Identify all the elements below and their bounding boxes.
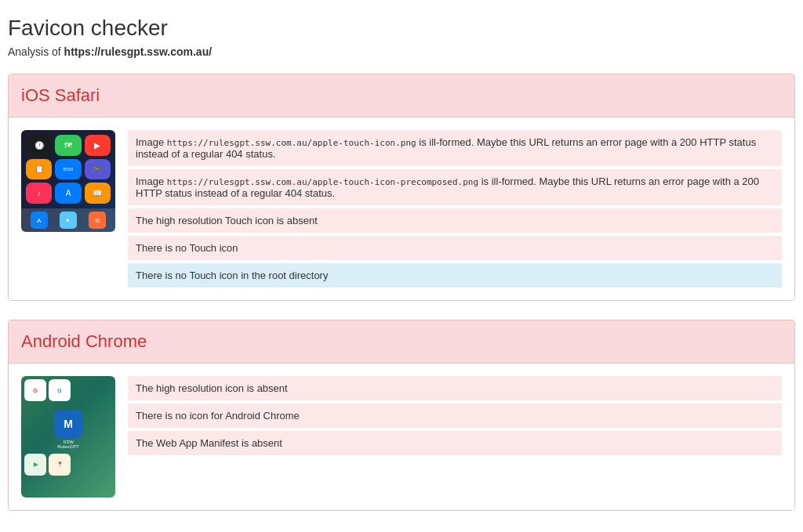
- ios-videos-icon: ▶: [85, 135, 111, 156]
- android-main-app: M SSWRulesGPT: [24, 410, 112, 449]
- ios-appstore-icon: A: [55, 183, 81, 204]
- ios-device-screenshot: 🕐 🗺 ▶ 📋 BSN 🎮 ♪ A 📖 A ✦ B: [21, 130, 115, 232]
- ios-message-3: The high resolution Touch icon is absent: [128, 208, 782, 233]
- android-message-3: The Web App Manifest is absent: [128, 431, 782, 455]
- android-chrome-section: Android Chrome G G M SSWRulesGPT ▶ 📍: [8, 320, 795, 511]
- ios-games-icon: 🎮: [85, 159, 111, 180]
- ios-bottom-bar: A ✦ B: [21, 208, 115, 232]
- android-message-2: There is no icon for Android Chrome: [128, 404, 782, 428]
- android-icon-goo: G: [49, 379, 71, 401]
- ios-safari-header: iOS Safari: [9, 74, 794, 118]
- android-screen: G G M SSWRulesGPT ▶ 📍: [21, 376, 115, 498]
- android-top-icons: G G: [24, 379, 112, 401]
- ios-books-icon: 📖: [85, 183, 111, 204]
- android-chrome-header: Android Chrome: [9, 320, 794, 364]
- ios-message-2: Image https://rulesgpt.ssw.com.au/apple-…: [128, 169, 782, 205]
- android-message-1: The high resolution icon is absent: [128, 376, 782, 400]
- ios-messages-panel: Image https://rulesgpt.ssw.com.au/apple-…: [128, 130, 782, 288]
- android-icon-gmail: G: [24, 379, 46, 401]
- ios-clock-icon: 🕐: [26, 135, 52, 156]
- ios-dock-books: B: [89, 212, 106, 229]
- ios-message-5: There is no Touch icon in the root direc…: [128, 263, 782, 288]
- android-app-label: SSWRulesGPT: [57, 440, 79, 449]
- android-m-icon: M: [54, 410, 82, 438]
- ios-safari-heading: iOS Safari: [21, 85, 782, 106]
- android-chrome-heading: Android Chrome: [21, 331, 782, 352]
- subtitle-url: https://rulesgpt.ssw.com.au/: [64, 45, 213, 58]
- ios-url-2: https://rulesgpt.ssw.com.au/apple-touch-…: [167, 177, 478, 187]
- android-icon-play: ▶: [24, 454, 46, 476]
- ios-dock-appstore2: ✦: [60, 212, 77, 229]
- ios-dock-appstore: A: [31, 212, 48, 229]
- subtitle-prefix: Analysis of: [8, 45, 64, 58]
- ios-maps-icon: 🗺: [55, 135, 81, 156]
- ios-reminders-icon: 📋: [26, 159, 52, 180]
- ios-safari-body: 🕐 🗺 ▶ 📋 BSN 🎮 ♪ A 📖 A ✦ B Image https://…: [9, 118, 794, 300]
- android-messages-panel: The high resolution icon is absent There…: [128, 376, 782, 498]
- ios-message-1: Image https://rulesgpt.ssw.com.au/apple-…: [128, 130, 782, 166]
- ios-bsn-icon: BSN: [55, 159, 81, 180]
- android-device-screenshot: G G M SSWRulesGPT ▶ 📍: [21, 376, 115, 498]
- ios-music-icon: ♪: [26, 183, 52, 204]
- page-subtitle: Analysis of https://rulesgpt.ssw.com.au/: [8, 45, 795, 58]
- ios-safari-section: iOS Safari 🕐 🗺 ▶ 📋 BSN 🎮 ♪ A 📖 A ✦ B: [8, 74, 795, 301]
- android-bottom-icons: ▶ 📍: [24, 454, 112, 476]
- ios-message-4: There is no Touch icon: [128, 236, 782, 260]
- page-title: Favicon checker: [8, 16, 795, 41]
- android-chrome-body: G G M SSWRulesGPT ▶ 📍 The high resolutio…: [9, 364, 794, 510]
- ios-url-1: https://rulesgpt.ssw.com.au/apple-touch-…: [167, 138, 416, 148]
- android-icon-maps: 📍: [49, 454, 71, 476]
